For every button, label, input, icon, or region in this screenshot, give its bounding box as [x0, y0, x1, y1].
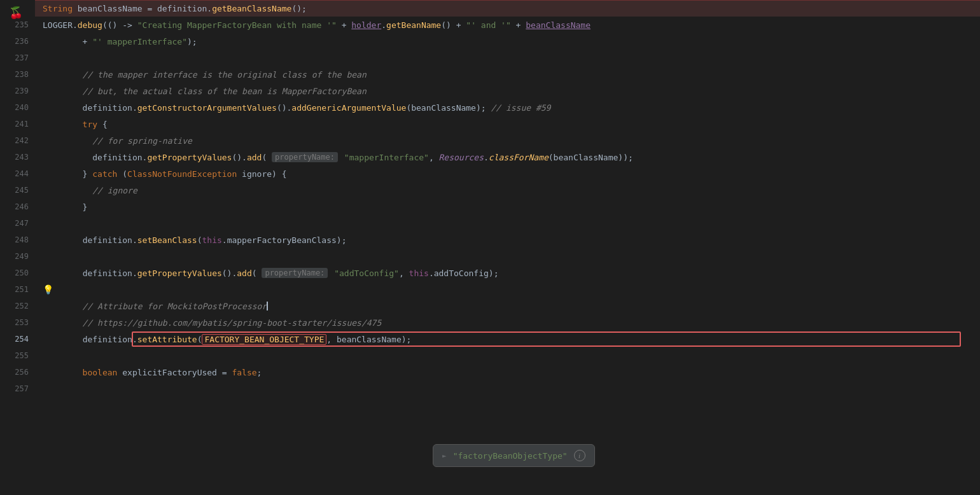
- editor-container: 🍒 235 236 237 238 239 240 241 242 243 24…: [0, 0, 980, 495]
- code-line-256: boolean explicitFactoryUsed = false;: [35, 364, 980, 380]
- line-num-256: 256: [0, 364, 35, 380]
- code-token: // https://github.com/mybatis/spring-boo…: [43, 318, 381, 328]
- code-token: setBeanClass: [137, 235, 197, 245]
- code-token: (: [549, 153, 554, 162]
- code-token: boolean: [43, 368, 122, 377]
- code-token: [339, 153, 344, 162]
- code-line-248: definition.setBeanClass(this.mapperFacto…: [35, 232, 980, 248]
- code-token: (: [197, 335, 202, 344]
- code-line-250: definition.getPropertyValues().add( prop…: [35, 265, 980, 281]
- code-token: "addToConfig": [334, 268, 399, 278]
- code-area[interactable]: String beanClassName = definition.getBea…: [35, 0, 980, 495]
- code-token: beanClassName: [554, 153, 619, 162]
- code-token: // ignore: [43, 186, 137, 195]
- code-token: definition: [92, 153, 142, 162]
- code-token: ClassNotFoundException: [127, 169, 242, 179]
- code-token: explicitFactoryUsed: [122, 368, 222, 377]
- code-token: // issue #59: [491, 103, 550, 113]
- line-num-251: 251: [0, 281, 35, 298]
- tooltip-chevron-icon: ►: [442, 452, 447, 460]
- code-line-257: [35, 380, 980, 397]
- info-letter: i: [578, 452, 580, 459]
- code-token: );: [476, 103, 491, 113]
- code-token: definition: [43, 103, 132, 113]
- param-hint-addtoconfig: propertyName:: [262, 268, 328, 278]
- code-token: () +: [441, 20, 466, 30]
- code-token: add: [237, 268, 251, 278]
- code-token: holder: [351, 20, 381, 30]
- code-token: (: [262, 153, 272, 162]
- code-token: addGenericArgumentValue: [291, 103, 406, 113]
- code-token: );: [337, 235, 347, 245]
- code-line-246: }: [35, 199, 980, 215]
- code-token: (() ->: [102, 20, 137, 30]
- line-num-241: 241: [0, 116, 35, 132]
- code-token: try: [43, 120, 102, 129]
- code-token: =: [222, 368, 232, 377]
- code-token: [43, 235, 83, 245]
- code-token: catch: [92, 169, 122, 179]
- code-line-244: } catch (ClassNotFoundException ignore) …: [35, 165, 980, 182]
- code-line-237: [35, 50, 980, 66]
- code-token: }: [43, 202, 87, 212]
- code-token: ().: [277, 103, 291, 113]
- code-token: "Creating MapperFactoryBean with name '": [137, 20, 337, 30]
- code-token: [43, 335, 83, 344]
- line-num-246: 246: [0, 199, 35, 215]
- code-token: );: [489, 268, 499, 278]
- code-token: ().: [232, 153, 246, 162]
- code-token: =: [147, 4, 157, 13]
- code-line-236: + "' mapperInterface");: [35, 33, 980, 50]
- line-num-249: 249: [0, 248, 35, 265]
- code-line-253: // https://github.com/mybatis/spring-boo…: [35, 314, 980, 331]
- code-token: ));: [618, 153, 633, 162]
- code-token: beanClassName: [337, 335, 402, 344]
- code-token: getPropertyValues: [137, 268, 222, 278]
- tooltip-popup[interactable]: ► "factoryBeanObjectType" i: [433, 444, 595, 467]
- line-num-254: 254: [0, 331, 35, 347]
- code-token: );: [402, 335, 412, 344]
- code-token: (: [406, 103, 411, 113]
- code-token: ,: [399, 268, 409, 278]
- code-line-254: definition.setAttribute(FACTORY_BEAN_OBJ…: [35, 331, 980, 347]
- code-line-247: [35, 215, 980, 232]
- code-token: .: [132, 268, 137, 278]
- code-token: String: [43, 4, 78, 13]
- code-token: +: [337, 20, 351, 30]
- tooltip-info-icon[interactable]: i: [574, 450, 585, 461]
- code-token: +: [43, 37, 92, 46]
- text-cursor: [267, 302, 268, 310]
- line-num-243: 243: [0, 149, 35, 165]
- code-token: {: [102, 120, 108, 129]
- code-token: ().: [222, 268, 237, 278]
- gutter: 🍒 235 236 237 238 239 240 241 242 243 24…: [0, 0, 35, 495]
- code-token: beanClassName: [411, 103, 476, 113]
- line-num-247: 247: [0, 215, 35, 232]
- code-token: definition: [83, 268, 132, 278]
- code-token: +: [511, 20, 526, 30]
- code-token: Resources: [439, 153, 484, 162]
- line-num-248: 248: [0, 232, 35, 248]
- param-hint-propertyname: propertyName:: [272, 152, 338, 162]
- code-token: debug: [78, 20, 102, 30]
- code-token: ,: [326, 335, 337, 344]
- logo-area: 🍒: [6, 3, 25, 22]
- bulb-icon: 💡: [43, 284, 53, 295]
- code-line-240: definition.getConstructorArgumentValues(…: [35, 99, 980, 116]
- factory-constant: FACTORY_BEAN_OBJECT_TYPE: [202, 334, 326, 345]
- code-line-239: // but, the actual class of the bean is …: [35, 83, 980, 99]
- code-token: .: [132, 235, 137, 245]
- line-num-252: 252: [0, 298, 35, 314]
- code-token: .: [132, 103, 137, 113]
- code-token: beanClassName: [526, 20, 591, 30]
- code-token: LOGGER: [43, 20, 73, 30]
- code-token: getBeanName: [386, 20, 441, 30]
- line-num-240: 240: [0, 99, 35, 116]
- code-token: ignore: [242, 169, 272, 179]
- line-num-244: 244: [0, 165, 35, 182]
- code-token: definition: [83, 235, 132, 245]
- code-token: // for spring-native: [43, 136, 192, 146]
- line-num-250: 250: [0, 265, 35, 281]
- code-token: addToConfig: [434, 268, 489, 278]
- code-line-251: 💡: [35, 281, 980, 298]
